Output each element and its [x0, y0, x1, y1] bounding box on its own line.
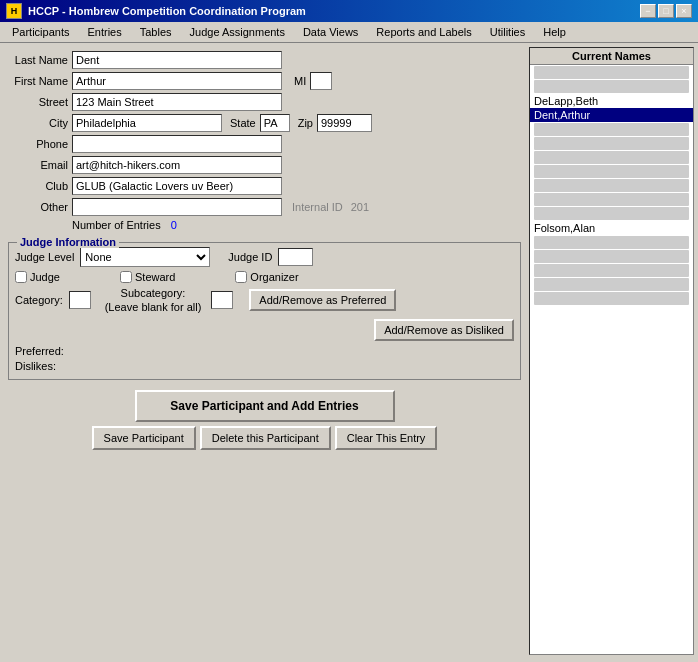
other-input[interactable]: [72, 198, 282, 216]
add-disliked-button[interactable]: Add/Remove as Disliked: [374, 319, 514, 341]
steward-checkbox[interactable]: [120, 271, 132, 283]
form-panel: Last Name First Name MI Street City Stat…: [4, 47, 525, 655]
list-item[interactable]: [534, 193, 689, 206]
steward-checkbox-item: Steward: [120, 271, 175, 283]
close-button[interactable]: ×: [676, 4, 692, 18]
list-item[interactable]: [534, 137, 689, 150]
preferred-label: Preferred:: [15, 345, 64, 357]
list-item[interactable]: [534, 292, 689, 305]
list-item[interactable]: [534, 278, 689, 291]
internal-id-value: 201: [351, 201, 369, 213]
bottom-buttons: Save Participant and Add Entries Save Pa…: [4, 384, 525, 456]
minimize-button[interactable]: −: [640, 4, 656, 18]
dislikes-row: Dislikes:: [15, 360, 514, 372]
first-name-row: First Name MI: [10, 72, 519, 90]
street-label: Street: [10, 96, 68, 108]
subcategory-input[interactable]: [211, 291, 233, 309]
judge-id-input[interactable]: [278, 248, 313, 266]
add-preferred-button[interactable]: Add/Remove as Preferred: [249, 289, 396, 311]
menu-entries[interactable]: Entries: [79, 24, 129, 40]
club-input[interactable]: [72, 177, 282, 195]
club-row: Club: [10, 177, 519, 195]
city-label: City: [10, 117, 68, 129]
judge-level-label: Judge Level: [15, 251, 74, 263]
delete-button[interactable]: Delete this Participant: [200, 426, 331, 450]
list-item[interactable]: [534, 66, 689, 79]
judge-level-select[interactable]: None Apprentice Recognized Certified Nat…: [80, 247, 210, 267]
organizer-checkbox-label: Organizer: [250, 271, 298, 283]
email-input[interactable]: [72, 156, 282, 174]
dislikes-label: Dislikes:: [15, 360, 56, 372]
maximize-button[interactable]: □: [658, 4, 674, 18]
last-name-row: Last Name: [10, 51, 519, 69]
num-entries-value: 0: [171, 219, 177, 231]
last-name-input[interactable]: [72, 51, 282, 69]
last-name-label: Last Name: [10, 54, 68, 66]
clear-button[interactable]: Clear This Entry: [335, 426, 438, 450]
phone-label: Phone: [10, 138, 68, 150]
right-panel: Current Names DeLapp,BethDent,ArthurFols…: [529, 47, 694, 655]
email-label: Email: [10, 159, 68, 171]
list-item[interactable]: [534, 179, 689, 192]
list-item[interactable]: [534, 250, 689, 263]
menu-judge-assignments[interactable]: Judge Assignments: [182, 24, 293, 40]
entries-row: Number of Entries 0: [72, 219, 519, 231]
street-input[interactable]: [72, 93, 282, 111]
list-item[interactable]: [534, 123, 689, 136]
organizer-checkbox[interactable]: [235, 271, 247, 283]
menu-participants[interactable]: Participants: [4, 24, 77, 40]
list-item[interactable]: [534, 207, 689, 220]
city-row: City State Zip: [10, 114, 519, 132]
role-checkboxes: Judge Steward Organizer: [15, 271, 514, 283]
other-label: Other: [10, 201, 68, 213]
judge-section: Judge Information Judge Level None Appre…: [8, 242, 521, 380]
phone-input[interactable]: [72, 135, 282, 153]
judge-checkbox-item: Judge: [15, 271, 60, 283]
judge-checkbox-label: Judge: [30, 271, 60, 283]
list-item[interactable]: [534, 165, 689, 178]
save-button[interactable]: Save Participant: [92, 426, 196, 450]
save-add-button[interactable]: Save Participant and Add Entries: [135, 390, 395, 422]
menu-help[interactable]: Help: [535, 24, 574, 40]
first-name-input[interactable]: [72, 72, 282, 90]
judge-id-label: Judge ID: [228, 251, 272, 263]
menu-utilities[interactable]: Utilities: [482, 24, 533, 40]
menu-tables[interactable]: Tables: [132, 24, 180, 40]
city-input[interactable]: [72, 114, 222, 132]
list-item[interactable]: DeLapp,Beth: [530, 94, 693, 108]
main-layout: Last Name First Name MI Street City Stat…: [0, 43, 698, 659]
window-controls: − □ ×: [640, 4, 692, 18]
basic-info-section: Last Name First Name MI Street City Stat…: [4, 47, 525, 238]
app-title: HCCP - Hombrew Competition Coordination …: [28, 5, 306, 17]
organizer-checkbox-item: Organizer: [235, 271, 298, 283]
category-input[interactable]: [69, 291, 91, 309]
list-item[interactable]: Folsom,Alan: [530, 221, 693, 235]
list-item[interactable]: [534, 236, 689, 249]
bottom-row-buttons: Save Participant Delete this Participant…: [92, 426, 438, 450]
title-bar: H HCCP - Hombrew Competition Coordinatio…: [0, 0, 698, 22]
list-item[interactable]: [534, 151, 689, 164]
street-row: Street: [10, 93, 519, 111]
other-row: Other Internal ID 201: [10, 198, 519, 216]
app-icon: H: [6, 3, 22, 19]
zip-input[interactable]: [317, 114, 372, 132]
menu-data-views[interactable]: Data Views: [295, 24, 366, 40]
list-item[interactable]: [534, 264, 689, 277]
mi-input[interactable]: [310, 72, 332, 90]
preferred-row: Preferred:: [15, 345, 514, 357]
menu-reports-labels[interactable]: Reports and Labels: [368, 24, 479, 40]
list-item[interactable]: Dent,Arthur: [530, 108, 693, 122]
current-names-header: Current Names: [530, 48, 693, 65]
first-name-label: First Name: [10, 75, 68, 87]
category-row: Category: Subcategory:(Leave blank for a…: [15, 286, 514, 315]
steward-checkbox-label: Steward: [135, 271, 175, 283]
judge-checkbox[interactable]: [15, 271, 27, 283]
mi-label: MI: [294, 75, 306, 87]
menu-bar: Participants Entries Tables Judge Assign…: [0, 22, 698, 43]
subcategory-label: Subcategory:(Leave blank for all): [105, 286, 202, 315]
list-item[interactable]: [534, 80, 689, 93]
names-list: DeLapp,BethDent,ArthurFolsom,Alan: [530, 65, 693, 654]
judge-section-title: Judge Information: [17, 236, 119, 248]
state-input[interactable]: [260, 114, 290, 132]
email-row: Email: [10, 156, 519, 174]
